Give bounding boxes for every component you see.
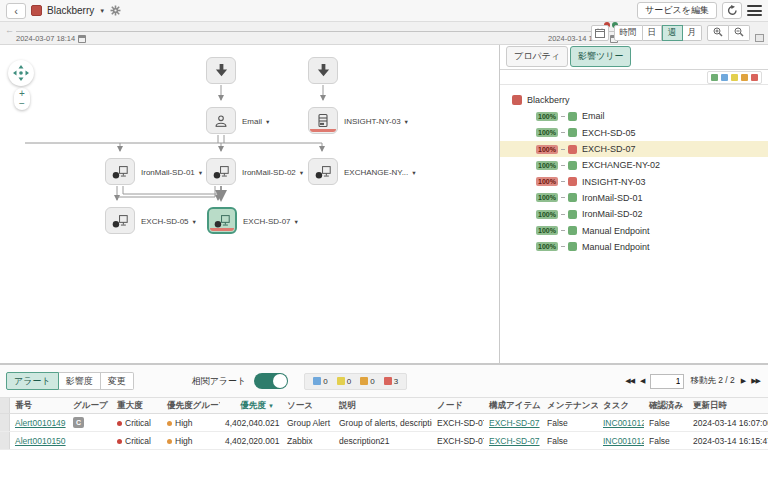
tree-item[interactable]: 100% INSIGHT-NY-03 [500,173,768,189]
prev-page-button[interactable]: ◀ [640,377,644,385]
header-severity[interactable]: 重大度 [112,400,162,412]
page-input[interactable] [650,374,684,389]
row-gutter [0,432,10,449]
node-exch-sd-07-selected[interactable] [207,207,237,234]
severity-cell: Critical [112,418,162,428]
timeline-track[interactable] [16,31,628,32]
tree-item-label: Manual Endpoint [582,242,650,252]
header-group[interactable]: グループ [68,400,112,412]
last-page-button[interactable]: ▶▶ [751,377,760,385]
edit-service-button[interactable]: サービスを編集 [637,2,717,19]
timeline-zoom-in-icon[interactable] [707,25,729,41]
count-blue-value: 0 [323,377,327,386]
export-icon[interactable] [755,34,764,42]
tree-item[interactable]: 100% Manual Endpoint [500,239,768,255]
header-task[interactable]: タスク [598,400,644,412]
node-label-exch-sd-07[interactable]: EXCH-SD-07▼ [243,217,299,226]
service-map-app: ‹ Blackberry ▼ サービスを編集 ← → 2024-03-07 18… [0,0,768,496]
alert-row[interactable]: Alert0010150 Critical High 4,402,020.001… [0,432,768,450]
top-header: ‹ Blackberry ▼ サービスを編集 [0,0,768,22]
node-exchange-ny[interactable] [308,158,338,185]
tree-item[interactable]: 100% IronMail-SD-02 [500,206,768,222]
back-button[interactable]: ‹ [6,3,26,19]
ci-link[interactable]: EXCH-SD-07 [489,436,540,446]
tree-item[interactable]: 100% Manual Endpoint [500,222,768,238]
timeline-date-picker-button[interactable] [591,25,609,41]
status-square-icon [568,161,577,170]
node-ironmail-sd-01[interactable] [105,158,135,185]
next-page-button[interactable]: ▶ [741,377,745,385]
refresh-button[interactable] [722,2,742,19]
service-name[interactable]: Blackberry [47,5,94,16]
tree-connector [561,197,565,198]
header-acknowledged[interactable]: 確認済み [644,400,688,412]
tree-item-root[interactable]: Blackberry [500,92,768,108]
header-source[interactable]: ソース [282,400,334,412]
pan-control[interactable] [8,60,34,86]
count-blue-icon [313,377,321,385]
tree-item[interactable]: 100% EXCHANGE-NY-02 [500,157,768,173]
node-ironmail-sd-02[interactable] [206,158,236,185]
unit-day-button[interactable]: 日 [643,25,663,41]
calendar-icon[interactable] [78,35,86,43]
correlated-alerts-toggle[interactable] [254,373,288,389]
service-caret-icon[interactable]: ▼ [99,8,105,14]
node-insight-ny-03[interactable] [308,107,338,134]
task-link[interactable]: INC0010122 [603,436,644,446]
task-link[interactable]: INC0010121 [603,418,644,428]
node-label-exch-sd-05[interactable]: EXCH-SD-05▼ [141,217,197,226]
ci-link[interactable]: EXCH-SD-07 [489,418,540,428]
row-gutter [0,398,10,413]
canvas-zoom-out-button[interactable]: − [14,99,30,109]
node-label-ironmail-sd-01[interactable]: IronMail-SD-01▼ [141,168,203,177]
header-updated[interactable]: 更新日時 [688,400,768,412]
gear-icon[interactable] [110,5,121,16]
tab-changes[interactable]: 変更 [101,372,134,390]
alert-number-link[interactable]: Alert0010149 [15,418,66,428]
alert-number-link[interactable]: Alert0010150 [15,436,66,446]
header-number[interactable]: 番号 [10,400,68,412]
sort-desc-icon: ▼ [268,403,274,409]
node-email[interactable] [206,107,236,134]
tree-item[interactable]: 100% EXCH-SD-05 [500,125,768,141]
node-endpoint-download-2[interactable] [308,57,338,84]
source-cell: Zabbix [282,436,334,446]
alerts-toolbar: アラート 影響度 変更 相関アラート 0 0 0 3 ◀◀ ◀ 移動先 2 / … [0,365,768,397]
header-node[interactable]: ノード [432,400,484,412]
header-priority-sorted[interactable]: 優先度 ▼ [220,400,282,412]
header-maintenance[interactable]: メンテナンス [542,400,598,412]
node-label-exchange-ny[interactable]: EXCHANGE-NY...▼ [344,168,417,177]
first-page-button[interactable]: ◀◀ [625,377,634,385]
timeline-pan-left-icon[interactable]: ← [5,25,14,35]
tab-impact-tree[interactable]: 影響ツリー [570,46,631,67]
node-label-ironmail-sd-02[interactable]: IronMail-SD-02▼ [242,168,304,177]
tab-alerts[interactable]: アラート [6,372,59,390]
header-description[interactable]: 説明 [334,400,432,412]
node-exch-sd-05[interactable] [105,207,135,234]
acknowledged-cell: False [644,418,688,428]
unit-week-button[interactable]: 週 [662,25,683,41]
description-cell: description21 [334,436,432,446]
alerts-tabs: アラート 影響度 変更 [6,372,134,390]
node-label-insight-ny-03[interactable]: INSIGHT-NY-03▼ [344,117,409,126]
unit-hour-button[interactable]: 時間 [614,25,643,41]
menu-icon[interactable] [747,5,762,16]
tree-item[interactable]: 100% Email [500,108,768,124]
topology-canvas[interactable]: + − Email▼ INSIGHT-NY-03▼ IronMail-S [0,45,500,363]
tree-item-selected[interactable]: 100% EXCH-SD-07 [500,141,768,157]
header-priority-group[interactable]: 優先度グループ [162,400,220,412]
tab-properties[interactable]: プロパティ [506,46,568,67]
status-square-icon [568,128,577,137]
timeline-zoom-out-icon[interactable] [729,25,750,41]
tree-item[interactable]: 100% IronMail-SD-01 [500,190,768,206]
node-label-email[interactable]: Email▼ [242,117,270,126]
node-endpoint-download-1[interactable] [206,57,236,84]
service-icon [31,5,42,16]
timeline-zoom-buttons [707,25,750,41]
alert-row[interactable]: Alert0010149 C Critical High 4,402,040.0… [0,414,768,432]
header-ci[interactable]: 構成アイテム [484,400,542,412]
tab-impact[interactable]: 影響度 [59,372,101,390]
unit-month-button[interactable]: 月 [683,25,703,41]
updated-cell: 2024-03-14 16:07:00 [688,418,768,428]
impact-percent-badge: 100% [536,112,558,121]
